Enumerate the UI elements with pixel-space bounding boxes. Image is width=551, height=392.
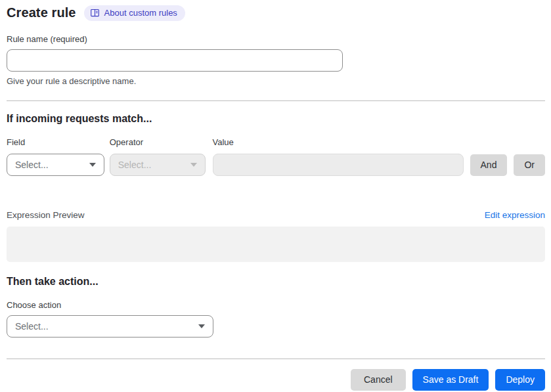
about-badge-label: About custom rules [104, 8, 177, 18]
field-label: Field [7, 137, 104, 147]
page-title: Create rule [7, 5, 76, 20]
save-as-draft-button[interactable]: Save as Draft [412, 369, 489, 391]
footer-actions: Cancel Save as Draft Deploy [7, 369, 545, 391]
choose-action-select[interactable]: Select... [7, 315, 213, 338]
edit-expression-link[interactable]: Edit expression [485, 210, 545, 220]
rule-name-label: Rule name (required) [7, 34, 545, 44]
chevron-down-icon [198, 324, 205, 328]
or-button[interactable]: Or [514, 154, 545, 176]
expression-preview-box [7, 227, 545, 262]
about-custom-rules-link[interactable]: About custom rules [84, 5, 185, 21]
expression-header: Expression Preview Edit expression [7, 210, 545, 220]
choose-action-label: Choose action [7, 300, 545, 310]
value-input[interactable] [213, 154, 464, 176]
match-section-heading: If incoming requests match... [7, 113, 545, 125]
chevron-down-icon [89, 163, 96, 167]
field-select-value: Select... [15, 160, 49, 170]
footer-divider [7, 359, 545, 359]
chevron-down-icon [190, 163, 197, 167]
value-label: Value [213, 137, 464, 147]
create-rule-page: Create rule About custom rules Rule name… [0, 0, 551, 392]
deploy-button[interactable]: Deploy [495, 369, 545, 391]
operator-select-value: Select... [118, 160, 152, 170]
choose-action-value: Select... [15, 321, 49, 332]
operator-group: Operator Select... [110, 137, 206, 176]
field-select[interactable]: Select... [7, 154, 104, 176]
book-icon [90, 8, 100, 18]
operator-select[interactable]: Select... [110, 154, 206, 176]
value-group: Value [213, 137, 464, 176]
field-group: Field Select... [7, 137, 104, 176]
page-header: Create rule About custom rules [7, 5, 545, 21]
and-button[interactable]: And [470, 154, 508, 176]
cancel-button[interactable]: Cancel [351, 369, 406, 391]
expression-preview-label: Expression Preview [7, 210, 85, 220]
action-section-heading: Then take action... [7, 276, 545, 288]
operator-label: Operator [110, 137, 206, 147]
condition-row: Field Select... Operator Select... Value… [7, 137, 545, 176]
rule-name-input[interactable] [7, 49, 343, 72]
section-divider [7, 100, 545, 101]
rule-name-helper: Give your rule a descriptive name. [7, 76, 545, 86]
